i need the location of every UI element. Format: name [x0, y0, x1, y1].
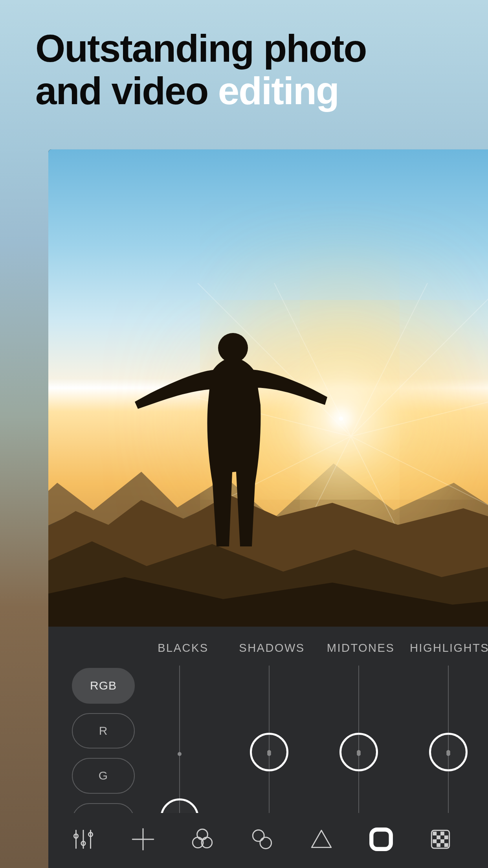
- marketing-headline: Outstanding photo and video editing: [35, 28, 453, 112]
- sliders-row: RGB R G B: [48, 655, 488, 839]
- tool-grain-button[interactable]: [419, 818, 462, 861]
- svg-rect-30: [444, 835, 448, 839]
- tool-sharpen-button[interactable]: [300, 818, 343, 861]
- sliders-icon: [70, 826, 96, 852]
- channel-g-button[interactable]: G: [72, 758, 135, 794]
- checkerboard-icon: [427, 826, 453, 852]
- slider-midtones[interactable]: [314, 666, 404, 839]
- slider-label-midtones: MIDTONES: [316, 642, 405, 655]
- slider-highlights[interactable]: [404, 666, 488, 839]
- slider-label-blacks: BLACKS: [139, 642, 227, 655]
- photo-preview[interactable]: [48, 149, 488, 627]
- channel-r-label: R: [99, 724, 108, 737]
- svg-rect-28: [440, 831, 444, 835]
- channel-buttons: RGB R G B: [72, 666, 135, 839]
- bottom-toolbar: [48, 813, 488, 868]
- headline-line1: Outstanding photo: [35, 27, 366, 70]
- channel-rgb-label: RGB: [90, 679, 117, 692]
- svg-rect-34: [444, 843, 448, 847]
- slider-label-shadows: SHADOWS: [227, 642, 316, 655]
- triangle-icon: [308, 826, 334, 852]
- slider-blacks[interactable]: [135, 666, 224, 839]
- three-circles-icon: [189, 826, 215, 852]
- svg-point-19: [197, 829, 208, 840]
- tool-adjust-button[interactable]: [62, 818, 105, 861]
- app-window: BLACKS SHADOWS MIDTONES HIGHLIGHTS WHITE…: [48, 149, 488, 868]
- svg-point-22: [253, 830, 264, 841]
- slider-label-highlights: HIGHLIGHTS: [405, 642, 488, 655]
- crosshair-icon: [130, 826, 156, 852]
- vignette-icon: [368, 826, 394, 852]
- svg-rect-31: [433, 839, 437, 843]
- headline-line2-accent: editing: [218, 69, 339, 112]
- tool-vignette-button[interactable]: [360, 818, 403, 861]
- svg-rect-32: [440, 839, 444, 843]
- link-icon: [249, 826, 275, 852]
- slider-shadows[interactable]: [224, 666, 314, 839]
- slider-thumb-shadows[interactable]: [250, 733, 288, 771]
- tool-brush-button[interactable]: [479, 818, 488, 861]
- channel-g-label: G: [99, 769, 108, 782]
- svg-point-23: [260, 837, 271, 849]
- channel-rgb-button[interactable]: RGB: [72, 668, 135, 704]
- tone-controls-panel: BLACKS SHADOWS MIDTONES HIGHLIGHTS WHITE…: [48, 627, 488, 868]
- slider-thumb-highlights[interactable]: [429, 733, 468, 771]
- tool-curves-button[interactable]: [240, 818, 284, 861]
- svg-rect-29: [437, 835, 440, 839]
- tool-color-button[interactable]: [181, 818, 224, 861]
- svg-point-25: [377, 835, 385, 844]
- svg-rect-33: [437, 843, 440, 847]
- svg-rect-27: [433, 831, 437, 835]
- slider-thumb-midtones[interactable]: [339, 733, 378, 771]
- subject-silhouette: [135, 326, 327, 546]
- channel-r-button[interactable]: R: [72, 713, 135, 749]
- slider-labels-row: BLACKS SHADOWS MIDTONES HIGHLIGHTS WHITE…: [48, 642, 488, 655]
- headline-line2-pre: and video: [35, 69, 218, 112]
- tool-focus-button[interactable]: [121, 818, 165, 861]
